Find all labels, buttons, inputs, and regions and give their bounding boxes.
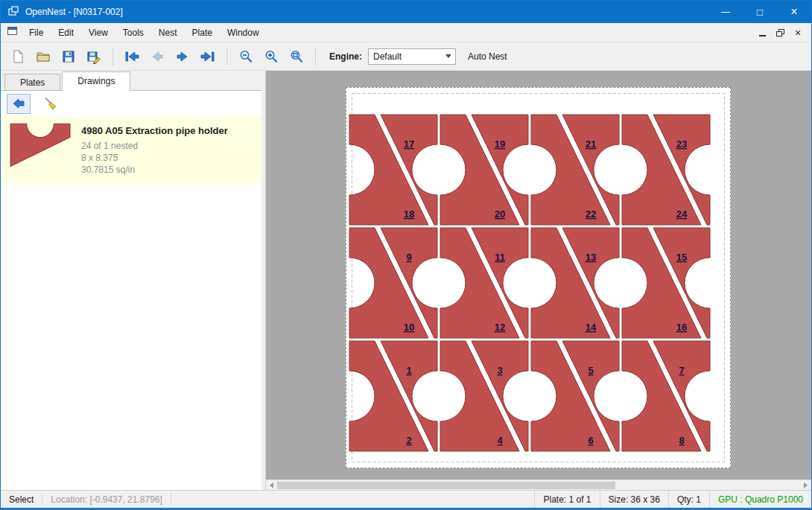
menu-window[interactable]: Window [220, 25, 267, 41]
zoom-in-button[interactable] [260, 45, 282, 68]
save-icon [61, 49, 76, 64]
plate-drawing: 171819202122232491011121314151612345678 [346, 88, 730, 468]
previous-arrow-icon [149, 50, 165, 63]
part-number-label: 13 [586, 252, 596, 263]
drawings-list: 4980 A05 Extraction pipe holder 24 of 1 … [1, 116, 261, 490]
mdi-document-icon[interactable] [7, 26, 19, 39]
part-number-label: 17 [404, 138, 414, 150]
status-qty: Qty: 1 [668, 491, 709, 508]
status-mode: Select [1, 491, 42, 508]
menu-tools[interactable]: Tools [115, 25, 151, 41]
chevron-down-icon [442, 49, 455, 64]
drawing-dimensions: 8 x 8.375 [81, 152, 228, 164]
last-plate-button[interactable] [197, 45, 219, 68]
part-number-label: 11 [495, 252, 505, 263]
part-number-label: 24 [676, 208, 688, 220]
drawings-panel: 4980 A05 Extraction pipe holder 24 of 1 … [1, 90, 261, 490]
nest-cell: 12 [349, 341, 437, 451]
part-number-label: 12 [495, 322, 505, 333]
menu-bar: File Edit View Tools Nest Plate Window × [1, 23, 811, 42]
part-number-label: 3 [497, 365, 502, 376]
part-number-label: 23 [676, 138, 687, 150]
part-number-label: 2 [406, 435, 411, 446]
auto-nest-button[interactable]: Auto Nest [468, 51, 507, 62]
new-file-button[interactable] [7, 45, 29, 68]
nest-cell: 2122 [531, 115, 619, 225]
main-area: Plates Drawings [1, 71, 811, 490]
minimize-button[interactable]: — [708, 1, 743, 23]
engine-label: Engine: [329, 51, 362, 62]
maximize-button[interactable]: □ [743, 1, 777, 23]
previous-plate-button[interactable] [146, 45, 168, 68]
first-plate-button[interactable] [121, 45, 143, 68]
zoom-extents-button[interactable] [285, 45, 308, 68]
mdi-restore-button[interactable] [771, 25, 789, 40]
last-arrow-icon [200, 50, 216, 63]
scroll-left-arrow-icon[interactable] [266, 480, 277, 491]
app-icon [7, 5, 19, 19]
status-gpu: GPU : Quadro P1000 [709, 491, 811, 508]
tab-drawings[interactable]: Drawings [62, 71, 130, 91]
plate[interactable]: 171819202122232491011121314151612345678 [346, 87, 731, 468]
part-number-label: 22 [586, 208, 596, 220]
part-number-label: 1 [406, 365, 411, 376]
tab-plates[interactable]: Plates [4, 74, 60, 90]
menu-file[interactable]: File [22, 25, 51, 41]
nest-cell: 34 [440, 341, 528, 451]
send-back-button[interactable] [7, 94, 31, 114]
status-plate-count: Plate: 1 of 1 [534, 491, 599, 508]
drawing-list-item[interactable]: 4980 A05 Extraction pipe holder 24 of 1 … [1, 116, 261, 183]
first-arrow-icon [124, 50, 140, 63]
part-number-label: 7 [679, 365, 684, 376]
part-number-label: 15 [676, 252, 687, 263]
nest-cell: 56 [531, 341, 619, 451]
zoom-out-button[interactable] [235, 45, 257, 68]
zoom-out-icon [238, 49, 253, 64]
part-number-label: 9 [406, 252, 411, 263]
menu-nest[interactable]: Nest [151, 25, 185, 41]
nest-cell: 1112 [440, 228, 528, 338]
open-file-button[interactable] [32, 45, 54, 68]
nest-canvas[interactable]: 171819202122232491011121314151612345678 [266, 71, 811, 490]
back-arrow-icon [12, 98, 25, 109]
scrollbar-thumb[interactable] [277, 482, 615, 489]
mdi-minimize-button[interactable] [753, 25, 771, 40]
nest-cell: 1516 [622, 228, 710, 338]
next-arrow-icon [174, 50, 191, 63]
brush-icon [43, 96, 58, 111]
part-number-label: 14 [586, 322, 597, 333]
clean-button[interactable] [39, 94, 62, 114]
status-location: Location: [-0.9437, 21.8796] [42, 491, 170, 508]
window-title: OpenNest - [N0317-002] [25, 7, 123, 17]
menu-view[interactable]: View [81, 25, 115, 41]
engine-selected-value: Default [373, 51, 402, 62]
mdi-close-button[interactable]: × [789, 25, 807, 40]
save-button[interactable] [57, 45, 80, 68]
part-number-label: 19 [495, 138, 505, 150]
scroll-right-arrow-icon[interactable] [800, 480, 811, 491]
save-as-button[interactable] [83, 45, 105, 68]
canvas-horizontal-scrollbar[interactable] [266, 479, 811, 490]
panel-tab-strip: Plates Drawings [1, 71, 261, 90]
part-number-label: 10 [404, 322, 414, 333]
close-button[interactable]: × [777, 1, 811, 23]
menu-edit[interactable]: Edit [51, 25, 81, 41]
status-plate-size: Size: 36 x 36 [600, 491, 668, 508]
part-number-label: 6 [588, 435, 593, 446]
nest-cell: 78 [622, 341, 710, 451]
save-edit-icon [86, 49, 101, 64]
title-bar: OpenNest - [N0317-002] — □ × [1, 1, 811, 23]
menu-plate[interactable]: Plate [185, 25, 220, 41]
minimize-icon [759, 35, 766, 36]
next-plate-button[interactable] [171, 45, 194, 68]
engine-select[interactable]: Default [368, 48, 456, 65]
restore-icon [776, 29, 784, 36]
part-number-label: 21 [586, 138, 596, 150]
open-folder-icon [36, 49, 51, 64]
drawing-title: 4980 A05 Extraction pipe holder [81, 125, 228, 136]
left-panel: Plates Drawings [1, 71, 261, 490]
part-number-label: 16 [676, 322, 687, 333]
part-number-label: 8 [679, 435, 684, 446]
nest-cell: 1718 [349, 115, 437, 225]
drawing-item-details: 4980 A05 Extraction pipe holder 24 of 1 … [81, 123, 228, 176]
